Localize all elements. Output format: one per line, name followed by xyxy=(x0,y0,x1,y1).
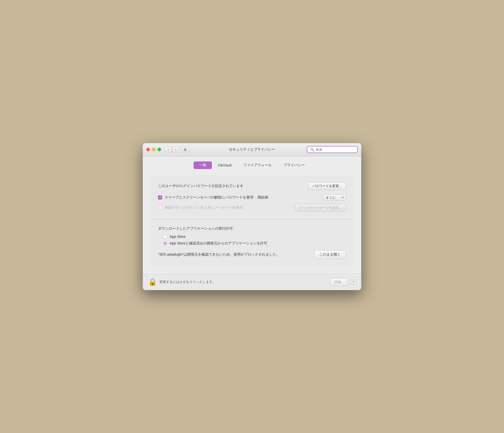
block-message-text: "3DX.aaxplugin"は開発元を確認できないため、使用がブロックされまし… xyxy=(158,252,280,257)
window-title: セキュリティとプライバシー xyxy=(229,147,275,152)
search-box[interactable]: 🔍 xyxy=(307,146,358,153)
traffic-lights xyxy=(146,148,161,151)
radio-appstore-verified-label: App Storeと確認済みの開発元からのアプリケーションを許可 xyxy=(170,241,267,246)
tab-general[interactable]: 一般 xyxy=(194,161,212,169)
lock-screen-checkbox[interactable] xyxy=(158,206,162,210)
footer: 🔒 変更するにはカギをクリックします。 詳細... ? xyxy=(143,274,361,290)
radio-appstore-row: App Store xyxy=(163,235,346,239)
sleep-start-select-inner: すぐに 5秒後 1分後 5分後 xyxy=(323,194,346,201)
sleep-start-select-wrapper: すぐに 5秒後 1分後 5分後 xyxy=(323,194,346,201)
close-button[interactable] xyxy=(146,148,150,151)
tab-privacy[interactable]: プライバシー xyxy=(278,161,310,169)
sleep-start-select[interactable]: すぐに 5秒後 1分後 5分後 xyxy=(323,194,346,201)
minimize-button[interactable] xyxy=(152,148,155,151)
forward-button[interactable]: › xyxy=(172,147,179,152)
tab-firewall[interactable]: ファイアウォール xyxy=(238,161,277,169)
grid-button[interactable]: ⊞ xyxy=(181,147,189,152)
download-label: ダウンロードしたアプリケーションの実行許可: xyxy=(158,226,346,231)
footer-right: 詳細... ? xyxy=(330,278,356,286)
footer-label: 変更するにはカギをクリックします。 xyxy=(160,280,216,284)
lock-message-button[interactable]: ロックのメッセージを設定... xyxy=(295,204,346,211)
tab-bar: 一般 FileVault ファイアウォール プライバシー xyxy=(150,161,354,169)
main-window: ‹ › ⊞ セキュリティとプライバシー 🔍 一般 FileVault ファイアウ… xyxy=(143,143,361,290)
tab-filevault[interactable]: FileVault xyxy=(212,161,237,169)
radio-appstore-label: App Store xyxy=(170,235,185,239)
sleep-checkbox[interactable] xyxy=(158,195,162,199)
sleep-checkbox-row: スリープとスクリーンセーバの解除にパスワードを要求 開始後: すぐに 5秒後 1… xyxy=(158,194,346,201)
block-message-row: "3DX.aaxplugin"は開発元を確認できないため、使用がブロックされまし… xyxy=(158,250,346,259)
radio-appstore-verified-row: App Storeと確認済みの開発元からのアプリケーションを許可 xyxy=(163,241,346,246)
help-button[interactable]: ? xyxy=(351,279,356,285)
section-divider xyxy=(150,219,354,219)
lock-screen-label: 画面がロックされているときにメッセージを表示 xyxy=(165,205,243,210)
radio-appstore-verified[interactable] xyxy=(163,241,167,245)
back-button[interactable]: ‹ xyxy=(165,147,172,152)
search-input[interactable] xyxy=(316,148,355,152)
lock-icon-wrapper[interactable]: 🔒 xyxy=(148,277,157,287)
open-anyway-button[interactable]: このまま開く xyxy=(314,250,346,259)
maximize-button[interactable] xyxy=(158,148,161,151)
sleep-start-label: 開始後: xyxy=(258,195,269,200)
radio-appstore[interactable] xyxy=(163,235,167,239)
search-icon: 🔍 xyxy=(310,147,314,152)
lock-screen-row: 画面がロックされているときにメッセージを表示 ロックのメッセージを設定... xyxy=(158,204,346,211)
password-section: このユーザのログインパスワードが設定されています パスワードを変更... xyxy=(158,182,346,190)
nav-buttons: ‹ › xyxy=(165,147,179,152)
sleep-checkbox-container: スリープとスクリーンセーバの解除にパスワードを要求 開始後: xyxy=(158,195,321,200)
titlebar: ‹ › ⊞ セキュリティとプライバシー 🔍 xyxy=(143,143,361,156)
password-label: このユーザのログインパスワードが設定されています xyxy=(158,184,243,188)
change-password-button[interactable]: パスワードを変更... xyxy=(308,182,346,190)
lock-screen-container: 画面がロックされているときにメッセージを表示 xyxy=(158,205,287,210)
lock-icon: 🔒 xyxy=(148,278,157,286)
general-panel: このユーザのログインパスワードが設定されています パスワードを変更... スリー… xyxy=(150,175,354,266)
sleep-checkbox-label: スリープとスクリーンセーバの解除にパスワードを要求 xyxy=(165,195,254,200)
details-button[interactable]: 詳細... xyxy=(330,278,348,286)
content-area: 一般 FileVault ファイアウォール プライバシー このユーザのログインパ… xyxy=(143,156,361,274)
